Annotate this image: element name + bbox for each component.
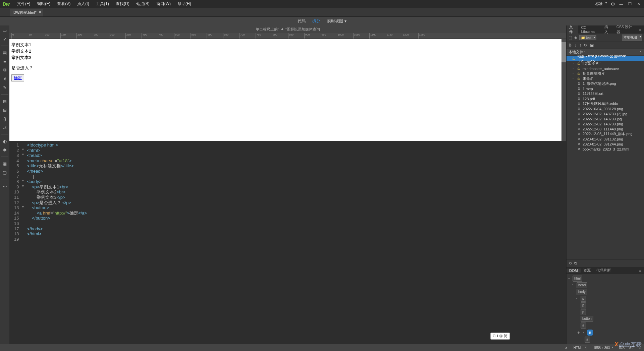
view-mode-split[interactable]: 拆分 <box>312 18 320 24</box>
error-status-icon[interactable]: ⊘ <box>565 346 567 350</box>
minimize-button[interactable]: — <box>619 1 624 7</box>
view-dropdown[interactable]: 本地视图 <box>622 35 642 41</box>
document-tab[interactable]: DW教程.html* ✕ <box>10 9 43 16</box>
dom-add-icon[interactable]: + <box>576 329 581 336</box>
indent-icon[interactable]: ✱ <box>2 147 7 153</box>
file-tree-row[interactable]: ›🗀未命名 <box>567 76 644 81</box>
file-tree-row[interactable]: 🗎2022-12-02_143733.png <box>567 121 644 126</box>
preview-confirm-link[interactable]: 确定 <box>14 75 22 80</box>
file-tree-row[interactable]: 🗎11月28日.srt <box>567 91 644 96</box>
site-dropdown[interactable]: 📁 test <box>579 35 596 40</box>
link-icon[interactable]: ⧉ <box>574 261 577 266</box>
format-source-icon[interactable]: ✎ <box>2 85 7 90</box>
diamond-icon[interactable]: ◈ <box>574 35 577 40</box>
doctype-selector[interactable]: HTML <box>572 346 587 350</box>
view-mode-code[interactable]: 代码 <box>298 18 306 24</box>
dom-node-a[interactable]: a <box>581 323 586 329</box>
file-tree-row[interactable]: 🗎1. 康奈尔笔记法.png <box>567 81 644 86</box>
dom-node-button[interactable]: button <box>581 316 593 322</box>
file-tree-row[interactable]: 🗎2023-01-02_091244.png <box>567 141 644 147</box>
sync-icon[interactable]: ⟳ <box>584 43 587 48</box>
tab-assets[interactable]: 资源 <box>581 268 593 273</box>
dom-panel-menu-icon[interactable]: ≡ <box>637 269 644 273</box>
tab-snippets[interactable]: 代码片断 <box>593 268 613 273</box>
horizontal-ruler[interactable]: 0501001502002503003504004505005506006507… <box>9 33 566 39</box>
file-tree-row[interactable]: 🗎123.pdf <box>567 96 644 101</box>
remove-comment-icon[interactable]: ⊞ <box>2 107 7 113</box>
live-preview-pane[interactable]: 举例文本1 举例文本2 举例文本3 是否进入？ 确定 <box>9 39 566 141</box>
insert-html-icon[interactable]: ▦ <box>2 161 7 166</box>
panel-menu-icon[interactable]: ≡ <box>637 25 644 34</box>
viewport-size-selector[interactable]: 1558 x 393 <box>592 346 614 350</box>
dom-node-body[interactable]: body <box>577 289 587 295</box>
expand-panel-icon[interactable]: ▣ <box>590 43 594 48</box>
tab-cc-libraries[interactable]: CC Libraries <box>578 25 602 34</box>
sync-settings-icon[interactable] <box>611 1 615 7</box>
local-files-header[interactable]: 本地文件↑ ⌃ <box>567 49 644 55</box>
tab-files[interactable]: 文件 <box>567 25 578 34</box>
file-tree-row[interactable]: 🗎2022-12-02_143733 (2).jpg <box>567 111 644 116</box>
file-tree-row[interactable]: 🗎2022-12-08_111449_副本.png <box>567 131 644 136</box>
insert-image-icon[interactable]: ▢ <box>2 170 7 175</box>
get-icon[interactable]: ↓ <box>575 43 577 48</box>
restore-button[interactable]: ❐ <box>627 1 633 7</box>
close-tab-icon[interactable]: ✕ <box>39 10 41 14</box>
menu-file[interactable]: 文件(F) <box>14 1 34 7</box>
file-tree-row[interactable]: ›🗀mindmaster_autosave <box>567 66 644 71</box>
code-editor[interactable]: 12345678910111213141516171819 ▼▼▼▼▼ <!do… <box>9 141 566 344</box>
file-tree-row[interactable]: 🗎bookmarks_2023_3_22.html <box>567 147 644 152</box>
code-content[interactable]: <!doctype html><html><head><meta charset… <box>25 141 89 344</box>
expand-icon[interactable]: ⤢ <box>2 36 7 42</box>
dom-node-head[interactable]: head <box>577 282 587 288</box>
scrollbar-thumb[interactable] <box>561 42 566 62</box>
dom-node-a[interactable]: a <box>585 337 590 343</box>
encoding-icon[interactable]: ⊙ <box>639 346 641 350</box>
dom-node-p[interactable]: p <box>581 309 586 315</box>
file-tree-row[interactable]: 🗎2023-01-02_091132.png <box>567 136 644 141</box>
line-number-gutter[interactable]: 12345678910111213141516171819 <box>9 141 21 344</box>
file-tree-row[interactable]: 🗎2022-12-08_111449.png <box>567 126 644 131</box>
dom-node-p-selected[interactable]: p <box>587 330 593 336</box>
dom-node-p[interactable]: p <box>581 296 586 302</box>
dom-node-p[interactable]: p <box>581 302 586 308</box>
file-tree-row[interactable]: ›🗀批量调整图片 <box>567 71 644 76</box>
connect-icon[interactable]: ⇅ <box>569 43 572 48</box>
close-button[interactable]: ✕ <box>636 1 641 7</box>
menu-help[interactable]: 帮助(H) <box>174 1 195 7</box>
color-icon[interactable]: ◐ <box>2 138 7 144</box>
refresh-icon[interactable]: ⟲ <box>569 261 572 266</box>
css-icon[interactable]: ⬚ <box>569 35 572 40</box>
file-tree[interactable]: ⌄🗀站点 - test (D:\tools\桌面\work（2）\work (.… <box>567 55 644 259</box>
preview-scrollbar[interactable] <box>561 39 566 141</box>
menu-edit[interactable]: 编辑(E) <box>34 1 54 7</box>
menu-view[interactable]: 查看(V) <box>54 1 74 7</box>
menu-window[interactable]: 窗口(W) <box>153 1 174 7</box>
toggle-comment-icon[interactable]: ⧉ <box>2 67 7 73</box>
recent-snippets-icon[interactable]: ⇄ <box>2 125 7 130</box>
dom-node-html[interactable]: html <box>573 276 582 282</box>
fold-gutter[interactable]: ▼▼▼▼▼ <box>21 141 25 344</box>
more-tools-icon[interactable]: ⋯ <box>2 183 7 189</box>
menu-insert[interactable]: 插入(I) <box>74 1 92 7</box>
find-replace-icon[interactable]: ≡ <box>2 59 7 64</box>
tab-insert[interactable]: 插入 <box>602 25 613 34</box>
put-icon[interactable]: ↑ <box>579 43 581 48</box>
workspace-layout-dropdown[interactable]: 标准 <box>594 1 607 7</box>
dom-tree[interactable]: ⌄html ›head ⌄body ›p p p button a +⌄p a <box>567 274 644 344</box>
tab-css-designer[interactable]: CSS 设计器 <box>614 25 637 34</box>
apply-comment-icon[interactable]: ⊟ <box>2 99 7 104</box>
file-tree-row[interactable]: 🗎2022-12-02_143733.jpg <box>567 116 644 121</box>
menu-find[interactable]: 查找(D) <box>112 1 133 7</box>
wrap-tag-icon[interactable]: ↯ <box>2 76 7 81</box>
file-tree-row[interactable]: 🗎1.mep <box>567 86 644 91</box>
dom-inspector-icon[interactable]: ▭ <box>2 27 7 33</box>
file-tree-row[interactable]: ⌄🗀站点 - test (D:\tools\桌面\work（2）\work (.… <box>567 56 644 61</box>
code-nav-icon[interactable]: {} <box>2 116 7 121</box>
tab-dom[interactable]: DOM <box>567 269 581 273</box>
menu-site[interactable]: 站点(S) <box>133 1 153 7</box>
preview-confirm-button[interactable]: 确定 <box>11 74 24 81</box>
view-mode-live[interactable]: 实时视图 ▾ <box>327 18 346 24</box>
menu-tools[interactable]: 工具(T) <box>93 1 112 7</box>
file-tree-row[interactable]: 🗎2022-10-04_093128.png <box>567 106 644 111</box>
file-tree-row[interactable]: 🗎17种头脑风暴法.eddx <box>567 101 644 106</box>
